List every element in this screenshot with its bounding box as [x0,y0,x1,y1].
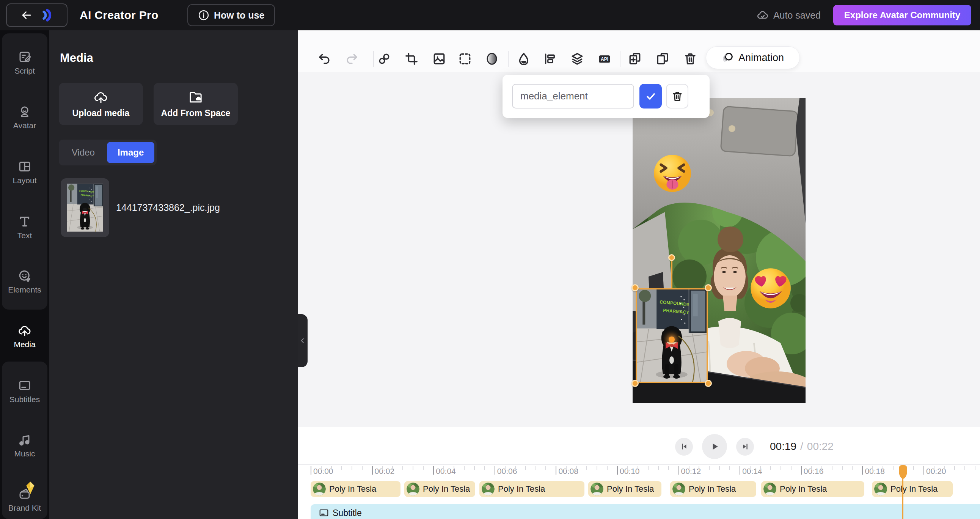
page-title: AI Creator Pro [80,0,159,30]
api-button[interactable]: API [595,50,614,68]
upload-cloud-icon [93,90,108,105]
resize-handle-top-right[interactable] [705,284,712,291]
avatar-clip[interactable]: Poly In Tesla [404,481,475,497]
element-name-input[interactable] [512,84,634,108]
confirm-button[interactable] [640,84,662,108]
media-upload-icon [18,324,32,337]
panel-title: Media [60,51,93,65]
contrast-button[interactable] [483,50,501,68]
media-filename: 1441737433862_.pic.jpg [116,202,220,213]
clip-label: Poly In Tesla [498,484,545,494]
media-thumbnail[interactable] [61,178,109,237]
heart-eyes-emoji-sticker[interactable] [749,267,792,310]
sidebar-item-label: Avatar [13,121,36,130]
sidebar-item-label: Layout [13,176,37,185]
back-arrow-icon [20,9,33,22]
toolbar-divider [508,51,509,67]
upload-media-label: Upload media [72,108,130,118]
anchor-point[interactable] [669,336,675,342]
dog-photo-thumbnail [67,179,103,236]
svg-text:API: API [601,57,608,62]
back-button[interactable] [6,3,67,27]
app-logo-icon [38,8,54,23]
delete-element-button[interactable] [666,84,688,108]
color-drop-icon [517,52,531,65]
avatar-thumbnail [764,482,776,495]
avatar-clip[interactable]: Poly In Tesla [310,481,401,497]
contrast-icon [485,52,499,65]
align-left-button[interactable] [541,50,559,68]
chevron-left-icon [299,337,306,344]
image-icon [432,52,446,65]
pro-diamond-icon [24,481,37,495]
info-icon [198,10,209,21]
redo-button[interactable] [343,50,361,68]
animation-label: Animation [738,52,784,64]
rotation-handle-line [671,258,673,288]
sidebar-item-script[interactable]: Script [0,50,49,75]
duplicate-button[interactable] [654,50,672,68]
animation-button[interactable]: Animation [706,46,800,69]
playhead-handle[interactable] [899,465,907,479]
sidebar-item-media[interactable]: Media [0,324,49,349]
avatar-clip[interactable]: Poly In Tesla [872,481,953,497]
subtitle-icon [319,508,329,518]
select-area-button[interactable] [456,50,474,68]
undo-button[interactable] [315,50,333,68]
sidebar-item-brand-kit[interactable]: Brand Kit [0,487,49,513]
layout-icon [18,160,32,174]
how-to-use-button[interactable]: How to use [187,4,275,26]
avatar-clip[interactable]: Poly In Tesla [670,481,756,497]
layers-button[interactable] [568,50,586,68]
layers-icon [570,52,584,65]
rotation-handle[interactable] [668,254,675,261]
music-icon [18,433,32,447]
undo-icon [317,52,331,65]
add-copy-icon [628,52,642,65]
sidebar-item-label: Music [14,449,35,458]
explore-avatar-community-button[interactable]: Explore Avatar Community [833,5,971,25]
sidebar-item-music[interactable]: Music [0,433,49,458]
avatar-thumbnail [874,482,887,495]
avatar-thumbnail [482,482,495,495]
laughing-emoji-sticker[interactable] [653,154,692,193]
sidebar-item-text[interactable]: Text [0,215,49,240]
subtitles-icon [18,379,32,392]
add-from-space-button[interactable]: Add From Space [154,83,238,125]
clip-label: Poly In Tesla [423,484,470,494]
color-drop-button[interactable] [515,50,533,68]
playhead[interactable] [902,465,904,519]
sidebar-item-subtitles[interactable]: Subtitles [0,379,49,404]
resize-handle-top-left[interactable] [632,284,639,291]
avatar-clip[interactable]: Poly In Tesla [761,481,864,497]
subtitle-track[interactable]: Subtitle [310,504,980,519]
sidebar-item-layout[interactable]: Layout [0,160,49,185]
subtitle-track-label: Subtitle [332,508,362,518]
avatar-clip[interactable]: Poly In Tesla [479,481,584,497]
selection-border [636,288,708,383]
text-icon [18,215,32,228]
clip-label: Poly In Tesla [689,484,736,494]
media-type-toggle: Video Image [59,140,157,166]
animation-icon [722,52,734,64]
media-list-item[interactable]: 1441737433862_.pic.jpg [61,178,288,237]
top-header: AI Creator Pro How to use Auto saved Exp… [0,0,980,30]
autosave-label: Auto saved [773,10,821,21]
image-fill-button[interactable] [430,50,448,68]
resize-handle-bottom-right[interactable] [705,380,712,387]
tab-image[interactable]: Image [107,142,154,163]
crop-button[interactable] [402,50,421,68]
tab-video[interactable]: Video [61,142,105,163]
delete-button[interactable] [681,50,699,68]
upload-media-button[interactable]: Upload media [59,83,143,125]
selected-media-element[interactable] [636,288,708,383]
replace-button[interactable] [375,50,393,68]
add-from-space-label: Add From Space [161,108,231,118]
add-copy-button[interactable] [626,50,644,68]
resize-handle-bottom-left[interactable] [632,380,639,387]
sidebar-item-avatar[interactable]: Avatar [0,105,49,130]
avatar-clip[interactable]: Poly In Tesla [588,481,662,497]
sidebar-item-elements[interactable]: Elements [0,269,49,295]
avatar-thumbnail [590,482,603,495]
collapse-panel-button[interactable] [298,314,307,367]
